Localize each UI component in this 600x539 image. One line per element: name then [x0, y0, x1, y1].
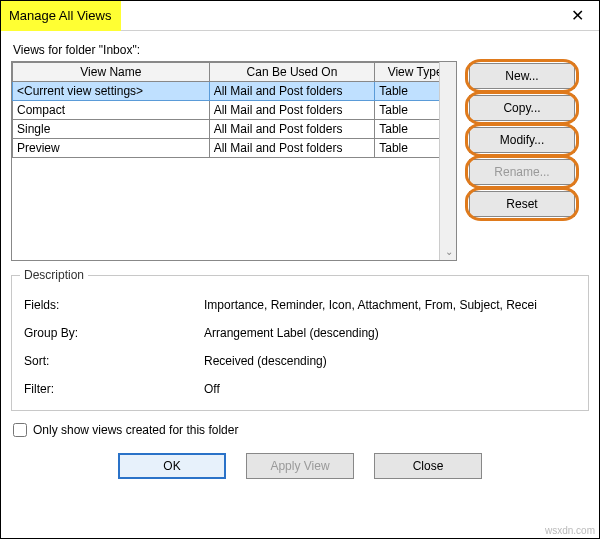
dialog-buttons: OK Apply View Close — [11, 445, 589, 491]
only-show-views-checkbox[interactable] — [13, 423, 27, 437]
close-icon[interactable]: ✕ — [555, 1, 599, 31]
table-row[interactable]: Compact All Mail and Post folders Table — [13, 101, 456, 120]
cell-view-name: <Current view settings> — [13, 82, 210, 101]
table-row[interactable]: Single All Mail and Post folders Table — [13, 120, 456, 139]
sort-label: Sort: — [24, 354, 204, 368]
table-row[interactable]: Preview All Mail and Post folders Table — [13, 139, 456, 158]
views-table[interactable]: View Name Can Be Used On View Type <Curr… — [11, 61, 457, 261]
cell-can-be-used-on: All Mail and Post folders — [209, 120, 375, 139]
close-button[interactable]: Close — [374, 453, 482, 479]
reset-button[interactable]: Reset — [469, 191, 575, 217]
description-group: Description Fields: Importance, Reminder… — [11, 275, 589, 411]
copy-button[interactable]: Copy... — [469, 95, 575, 121]
rename-button: Rename... — [469, 159, 575, 185]
sort-value: Received (descending) — [204, 354, 578, 368]
scrollbar[interactable]: ⌄ — [439, 62, 456, 260]
filter-label: Filter: — [24, 382, 204, 396]
apply-view-button: Apply View — [246, 453, 354, 479]
side-buttons: New... Copy... Modify... Rename... Reset — [469, 61, 575, 261]
filter-value: Off — [204, 382, 578, 396]
table-row[interactable]: <Current view settings> All Mail and Pos… — [13, 82, 456, 101]
folder-label: Views for folder "Inbox": — [13, 43, 589, 57]
chevron-down-icon: ⌄ — [445, 246, 453, 257]
fields-value: Importance, Reminder, Icon, Attachment, … — [204, 298, 578, 312]
cell-view-name: Preview — [13, 139, 210, 158]
cell-view-name: Single — [13, 120, 210, 139]
only-show-views-label: Only show views created for this folder — [33, 423, 238, 437]
groupby-value: Arrangement Label (descending) — [204, 326, 578, 340]
cell-can-be-used-on: All Mail and Post folders — [209, 101, 375, 120]
modify-button[interactable]: Modify... — [469, 127, 575, 153]
new-button[interactable]: New... — [469, 63, 575, 89]
col-view-name[interactable]: View Name — [13, 63, 210, 82]
col-can-be-used-on[interactable]: Can Be Used On — [209, 63, 375, 82]
dialog-title: Manage All Views — [1, 1, 121, 31]
groupby-label: Group By: — [24, 326, 204, 340]
cell-view-name: Compact — [13, 101, 210, 120]
titlebar: Manage All Views ✕ — [1, 1, 599, 31]
fields-label: Fields: — [24, 298, 204, 312]
cell-can-be-used-on: All Mail and Post folders — [209, 139, 375, 158]
ok-button[interactable]: OK — [118, 453, 226, 479]
manage-all-views-dialog: Manage All Views ✕ Views for folder "Inb… — [0, 0, 600, 539]
description-legend: Description — [20, 268, 88, 282]
watermark: wsxdn.com — [545, 525, 595, 536]
cell-can-be-used-on: All Mail and Post folders — [209, 82, 375, 101]
